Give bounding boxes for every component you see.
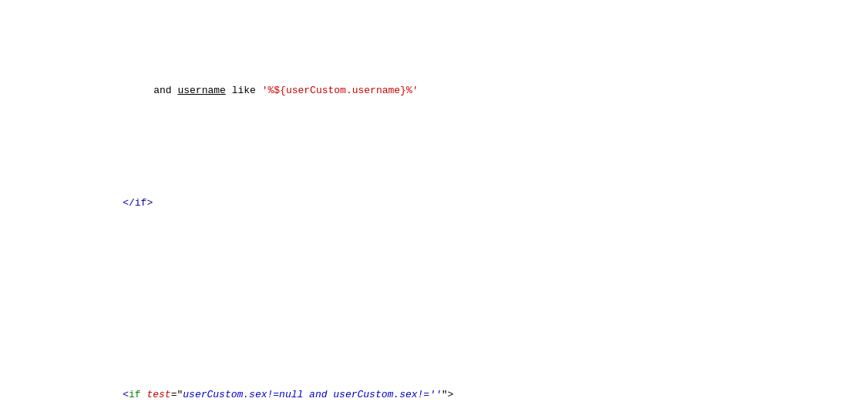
code-line: <if test="userCustom.sex!=null and userC… [0, 371, 868, 415]
code-line: </if> [0, 179, 868, 227]
code-line [0, 291, 868, 307]
code-line: and username like '%${userCustom.usernam… [0, 67, 868, 115]
code-block: and username like '%${userCustom.usernam… [0, 0, 868, 415]
